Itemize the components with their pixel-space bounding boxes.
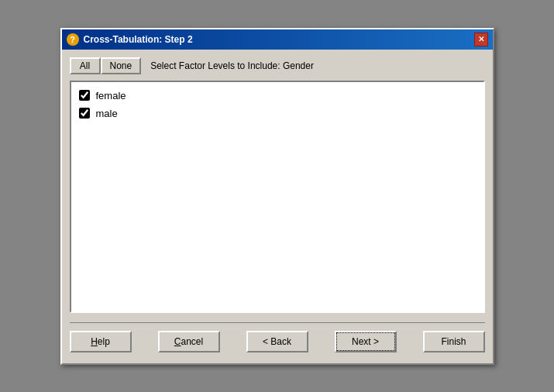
cancel-button[interactable]: Cancel [158, 331, 220, 352]
male-checkbox[interactable] [79, 108, 90, 119]
title-bar-left: ? Cross-Tabulation: Step 2 [67, 33, 193, 46]
help-button[interactable]: Help [70, 331, 132, 352]
title-bar: ? Cross-Tabulation: Step 2 ✕ [62, 29, 493, 50]
male-label: male [96, 108, 118, 119]
none-button[interactable]: None [101, 57, 142, 74]
back-button[interactable]: < Back [246, 331, 308, 352]
checkbox-male: male [79, 108, 476, 119]
close-icon: ✕ [478, 35, 484, 43]
cancel-button-label: Cancel [174, 336, 203, 347]
content-area: female male [70, 81, 485, 313]
dialog-body: All None Select Factor Levels to Include… [62, 50, 493, 363]
top-bar: All None Select Factor Levels to Include… [70, 57, 485, 74]
close-button[interactable]: ✕ [474, 33, 488, 46]
help-button-label: Help [91, 336, 110, 347]
finish-button[interactable]: Finish [423, 331, 485, 352]
all-button[interactable]: All [70, 57, 101, 74]
female-checkbox[interactable] [79, 90, 90, 101]
button-row: Help Cancel < Back Next > Finish [70, 322, 485, 356]
next-button-label: Next > [352, 336, 379, 347]
select-factor-label: Select Factor Levels to Include: Gender [150, 60, 314, 71]
female-label: female [96, 90, 126, 101]
back-button-label: < Back [263, 336, 291, 347]
dialog-icon: ? [67, 33, 79, 46]
title-text: Cross-Tabulation: Step 2 [84, 34, 193, 45]
next-button[interactable]: Next > [335, 331, 397, 352]
finish-button-label: Finish [441, 336, 466, 347]
checkbox-female: female [79, 90, 476, 101]
cross-tabulation-dialog: ? Cross-Tabulation: Step 2 ✕ All None Se… [60, 28, 494, 365]
